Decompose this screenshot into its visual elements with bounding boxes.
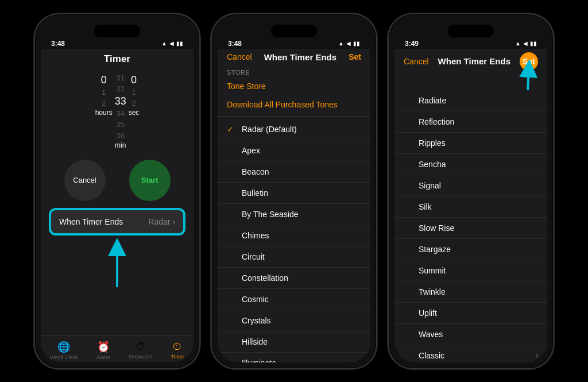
dynamic-island-3 xyxy=(448,25,494,37)
tab-world-clock[interactable]: 🌐 World Clock xyxy=(50,341,78,360)
tone-item-bulletin[interactable]: Bulletin xyxy=(218,183,370,204)
tone-item-apex[interactable]: Apex xyxy=(218,140,370,161)
min-above1: 32 xyxy=(116,84,124,94)
set-arrow-container xyxy=(394,73,547,90)
min-below1: 34 xyxy=(116,109,124,119)
tone-name-bulletin: Bulletin xyxy=(242,188,361,198)
nav-cancel-2[interactable]: Cancel xyxy=(227,52,252,61)
alarm-icon: ⏰ xyxy=(97,341,110,353)
tone-item-ripples[interactable]: Ripples xyxy=(394,133,547,154)
min-label: min xyxy=(115,141,126,149)
status-icons-2: ▲ ◀ ▮▮ xyxy=(338,40,360,47)
stop-playing-screen: Cancel When Timer Ends Set xyxy=(394,49,547,362)
wifi-icon-2: ◀ xyxy=(346,40,351,47)
tone-item-stargaze[interactable]: Stargaze xyxy=(394,239,547,260)
tone-name-sencha: Sencha xyxy=(419,160,538,169)
min-nums: 31 32 33 34 35 36 xyxy=(115,73,126,141)
status-bar-1: 3:48 ▲ ◀ ▮▮ xyxy=(41,37,194,49)
cancel-button[interactable]: Cancel xyxy=(64,160,106,201)
hours-selected: 0 xyxy=(101,74,107,87)
tone-item-summit[interactable]: Summit xyxy=(394,260,547,281)
tone-item-radiate[interactable]: Radiate xyxy=(394,90,547,111)
tone-item-illuminate[interactable]: Illuminate xyxy=(218,353,370,362)
start-button[interactable]: Start xyxy=(129,160,171,201)
timer-buttons: Cancel Start xyxy=(41,155,194,206)
sec-below2: 2 xyxy=(131,98,136,109)
download-all-link[interactable]: Download All Purchased Tones xyxy=(218,95,370,114)
phone-stop-playing: 3:49 ▲ ◀ ▮▮ Cancel When Timer Ends Set xyxy=(388,13,554,369)
store-section-header: STORE xyxy=(218,64,370,77)
signal-icon: ▲ xyxy=(161,40,167,47)
stopwatch-icon: ⏱ xyxy=(136,341,146,353)
hours-nums: 0 1 2 xyxy=(101,73,107,109)
tone-item-silk[interactable]: Silk xyxy=(394,196,547,218)
tone-name-summit: Summit xyxy=(419,266,538,275)
when-timer-ends-row[interactable]: When Timer Ends Radar › xyxy=(50,209,184,234)
tone-name-chimes: Chimes xyxy=(242,231,361,240)
tone-item-hillside[interactable]: Hillside xyxy=(218,331,370,353)
tab-stopwatch[interactable]: ⏱ Stopwatch xyxy=(129,341,153,360)
tone-name-ripples: Ripples xyxy=(419,138,538,148)
nav-set-2[interactable]: Set xyxy=(349,52,361,61)
tone-item-beacon[interactable]: Beacon xyxy=(218,161,370,183)
tone-item-circuit[interactable]: Circuit xyxy=(218,246,370,268)
tone-item-radar[interactable]: ✓ Radar (Default) xyxy=(218,119,370,140)
wifi-icon: ◀ xyxy=(169,40,174,47)
arrow-up-container xyxy=(41,241,194,287)
wifi-icon-3: ◀ xyxy=(523,40,528,47)
tone-item-crystals[interactable]: Crystals xyxy=(218,310,370,331)
tone-item-cosmic[interactable]: Cosmic xyxy=(218,289,370,310)
tab-alarm[interactable]: ⏰ Alarm xyxy=(96,341,110,360)
signal-icon-3: ▲ xyxy=(515,40,521,47)
scene: 3:48 ▲ ◀ ▮▮ Timer 0 1 xyxy=(0,0,588,382)
tone-name-silk: Silk xyxy=(419,202,538,211)
sec-below1: 1 xyxy=(131,87,136,98)
tone-name-uplift: Uplift xyxy=(419,308,538,318)
tone-name-hillside: Hillside xyxy=(242,337,361,346)
status-icons-1: ▲ ◀ ▮▮ xyxy=(161,40,183,47)
tone-name-radar: Radar (Default) xyxy=(242,125,361,134)
svg-line-5 xyxy=(528,68,529,90)
tab-timer-label: Timer xyxy=(171,354,184,360)
tone-item-classic[interactable]: Classic › xyxy=(394,345,547,362)
nav-title-2: When Timer Ends xyxy=(264,52,336,62)
sec-col: 0 1 2 sec xyxy=(129,73,140,151)
min-below2: 35 xyxy=(116,119,124,130)
tone-list-3: Radiate Reflection Ripples Sencha xyxy=(394,90,547,362)
timer-wheel[interactable]: 0 1 2 hours 31 32 33 34 35 xyxy=(41,67,194,155)
nav-bar-2: Cancel When Timer Ends Set xyxy=(218,49,370,64)
tone-item-reflection[interactable]: Reflection xyxy=(394,111,547,133)
tone-name-beacon: Beacon xyxy=(242,167,361,176)
nav-cancel-3[interactable]: Cancel xyxy=(404,57,429,66)
status-bar-2: 3:48 ▲ ◀ ▮▮ xyxy=(218,37,370,49)
status-bar-3: 3:49 ▲ ◀ ▮▮ xyxy=(394,37,547,49)
when-timer-label: When Timer Ends xyxy=(59,217,123,226)
tone-name-cosmic: Cosmic xyxy=(242,295,361,304)
status-icons-3: ▲ ◀ ▮▮ xyxy=(515,40,537,47)
tone-item-sencha[interactable]: Sencha xyxy=(394,154,547,175)
tone-item-bytheseaside[interactable]: By The Seaside xyxy=(218,204,370,225)
cyan-arrow-up-icon xyxy=(100,241,134,287)
tone-item-twinkle[interactable]: Twinkle xyxy=(394,281,547,303)
tone-name-stargaze: Stargaze xyxy=(419,245,538,254)
tone-item-slow-rise[interactable]: Slow Rise xyxy=(394,218,547,239)
tone-item-signal[interactable]: Signal xyxy=(394,175,547,196)
classic-chevron-icon: › xyxy=(536,352,538,360)
time-3: 3:49 xyxy=(405,40,419,48)
tone-list: ✓ Radar (Default) Apex Beacon Bulletin xyxy=(218,119,370,362)
tone-item-constellation[interactable]: Constellation xyxy=(218,268,370,289)
min-col: 31 32 33 34 35 36 min xyxy=(115,73,126,151)
tone-name-bytheseaside: By The Seaside xyxy=(242,210,361,219)
tab-timer[interactable]: ⏲ Timer xyxy=(171,341,184,360)
tone-name-circuit: Circuit xyxy=(242,252,361,261)
tone-item-chimes[interactable]: Chimes xyxy=(218,225,370,246)
tone-item-uplift[interactable]: Uplift xyxy=(394,303,547,324)
tone-name-classic: Classic xyxy=(419,351,536,360)
tone-store-link[interactable]: Tone Store xyxy=(218,77,370,95)
hours-col: 0 1 2 hours xyxy=(95,73,113,151)
tone-name-radiate: Radiate xyxy=(419,96,538,105)
timer-tab-icon: ⏲ xyxy=(172,341,183,353)
tone-item-waves[interactable]: Waves xyxy=(394,324,547,345)
tab-alarm-label: Alarm xyxy=(96,354,110,360)
timer-screen: Timer 0 1 2 hours xyxy=(41,49,194,362)
